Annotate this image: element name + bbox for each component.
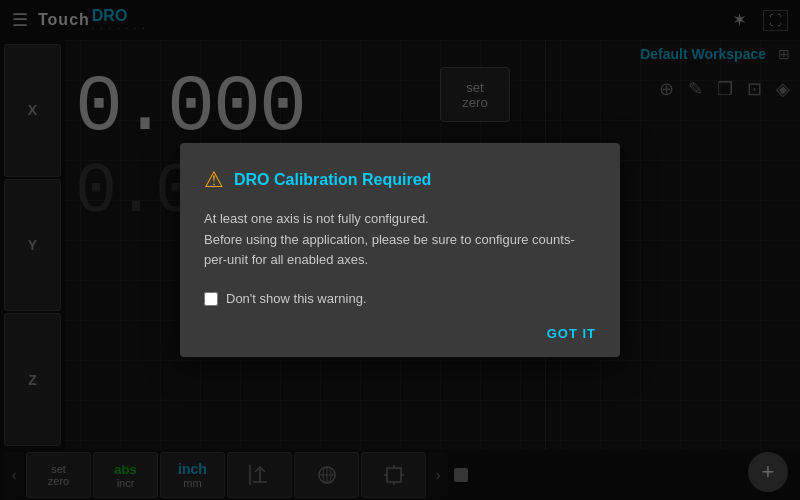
modal-body: At least one axis is not fully configure… <box>204 209 596 271</box>
modal-body-line2: Before using the application, please be … <box>204 230 596 272</box>
modal-checkbox-row: Don't show this warning. <box>204 291 596 306</box>
modal-title-row: ⚠ DRO Calibration Required <box>204 167 596 193</box>
modal-body-line1: At least one axis is not fully configure… <box>204 209 596 230</box>
got-it-button[interactable]: GOT IT <box>547 326 596 341</box>
modal-overlay: ⚠ DRO Calibration Required At least one … <box>0 0 800 500</box>
calibration-modal: ⚠ DRO Calibration Required At least one … <box>180 143 620 357</box>
dont-show-label: Don't show this warning. <box>226 291 367 306</box>
dont-show-checkbox[interactable] <box>204 292 218 306</box>
modal-title: DRO Calibration Required <box>234 171 431 189</box>
warning-icon: ⚠ <box>204 167 224 193</box>
modal-footer: GOT IT <box>204 326 596 341</box>
